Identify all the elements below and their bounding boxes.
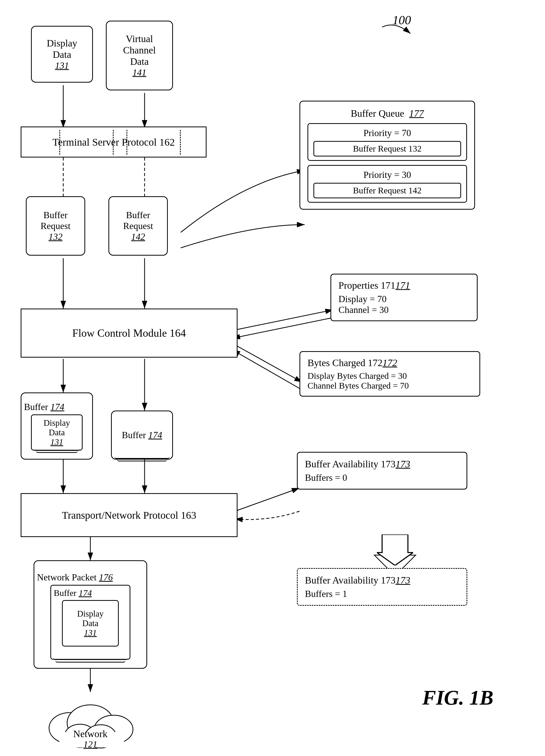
- buffer-request-right-ref: 142: [131, 231, 145, 242]
- properties-line2: Channel = 30: [338, 304, 470, 315]
- flow-control-module: Flow Control Module 164: [21, 309, 238, 358]
- buffer-avail-top-line1: Buffers = 0: [305, 472, 459, 483]
- display-data-top-ref: 131: [55, 60, 69, 71]
- flow-control-module-label: Flow Control Module 164: [72, 327, 186, 339]
- virtual-channel-data-ref: 141: [132, 67, 146, 78]
- buffer-queue-title: Buffer Queue: [351, 108, 404, 119]
- buffer-request-left: Buffer Request 132: [26, 196, 85, 256]
- network-packet-outer: Network Packet 176 Buffer 174 Display Da…: [34, 560, 147, 669]
- terminal-server-protocol-label: Terminal Server Protocol 162: [52, 136, 175, 148]
- svg-line-16: [235, 488, 299, 511]
- bytes-charged-line1: Display Bytes Charged = 30: [307, 371, 472, 381]
- transport-network-label: Transport/Network Protocol 163: [62, 509, 196, 521]
- buffer-queue: Buffer Queue 177 Priority = 70 Buffer Re…: [299, 101, 475, 210]
- terminal-server-protocol: Terminal Server Protocol 162: [21, 127, 207, 157]
- diagram-container: 100 Display Data 131 Virtual Channel Dat…: [0, 0, 545, 756]
- svg-line-8: [232, 310, 333, 330]
- display-data-top-label: Display Data: [47, 37, 77, 60]
- properties-title: Properties 171: [338, 280, 396, 291]
- buffer-left: Buffer 174 Display Data 131: [21, 392, 93, 460]
- buffer-avail-top-title: Buffer Availability 173: [305, 459, 396, 469]
- virtual-channel-data: Virtual Channel Data 141: [106, 21, 173, 90]
- bytes-charged-box: Bytes Charged 172172 Display Bytes Charg…: [299, 351, 480, 397]
- svg-marker-23: [377, 534, 413, 565]
- ref-100-label: 100: [392, 13, 411, 27]
- priority-30-label: Priority = 30: [313, 169, 461, 180]
- buffer-availability-top: Buffer Availability 173173 Buffers = 0: [297, 452, 467, 490]
- buffer-availability-bottom: Buffer Availability 173173 Buffers = 1: [297, 568, 467, 606]
- buffer-right: Buffer 174: [111, 411, 173, 460]
- bytes-charged-title: Bytes Charged 172: [307, 357, 383, 368]
- priority-70-section: Priority = 70 Buffer Request 132: [307, 123, 467, 161]
- buffer-avail-bottom-title: Buffer Availability 173: [305, 575, 396, 586]
- properties-ref: 171: [396, 280, 410, 291]
- svg-line-11: [232, 350, 302, 390]
- buffer-request-right: Buffer Request 142: [108, 196, 168, 256]
- hollow-down-arrow: [374, 533, 416, 567]
- buffer-req-132-inner: Buffer Request 132: [313, 141, 461, 156]
- transport-network-protocol: Transport/Network Protocol 163: [21, 493, 238, 537]
- buffer-req-142-inner: Buffer Request 142: [313, 183, 461, 198]
- svg-text:Network: Network: [73, 728, 108, 739]
- display-data-top: Display Data 131: [31, 26, 93, 83]
- svg-line-10: [232, 343, 302, 382]
- network-cloud: Network 121: [44, 692, 137, 749]
- bytes-charged-ref: 172: [383, 357, 397, 368]
- buffer-avail-bottom-line1: Buffers = 1: [305, 588, 459, 599]
- properties-line1: Display = 70: [338, 294, 470, 304]
- svg-text:121: 121: [83, 739, 97, 749]
- priority-30-section: Priority = 30 Buffer Request 142: [307, 165, 467, 203]
- bytes-charged-line2: Channel Bytes Charged = 70: [307, 381, 472, 391]
- virtual-channel-data-label: Virtual Channel Data: [123, 33, 156, 67]
- buffer-avail-bottom-ref: 173: [396, 575, 410, 586]
- properties-box: Properties 171171 Display = 70 Channel =…: [330, 274, 478, 321]
- svg-line-9: [232, 318, 333, 338]
- figure-label: FIG. 1B: [422, 686, 493, 710]
- priority-70-label: Priority = 70: [313, 128, 461, 138]
- buffer-avail-top-ref: 173: [396, 459, 410, 469]
- buffer-request-left-ref: 132: [49, 231, 62, 242]
- buffer-queue-ref: 177: [409, 108, 424, 119]
